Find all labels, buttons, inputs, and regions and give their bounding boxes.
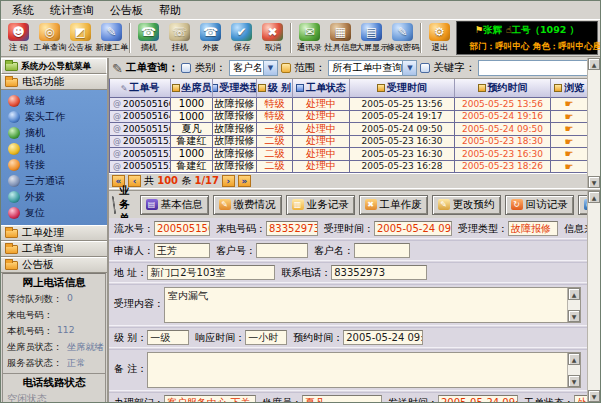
tree-item-transfer[interactable]: 转接 — [1, 157, 107, 173]
sidebar-group-phone[interactable]: 电话功能 — [1, 74, 107, 90]
transfer-icon — [8, 159, 20, 171]
col-order-id[interactable]: ✎工单号 — [110, 79, 171, 98]
table-row[interactable]: @2005051537 鲁建红 故障报修 二级 处理中 2005-05-23 1… — [110, 161, 588, 174]
col-browse[interactable]: 浏览 — [551, 79, 588, 98]
tree-item-dialout[interactable]: 外拨 — [1, 189, 107, 205]
sidebar-group-bulletin[interactable]: 公告板 — [1, 257, 107, 273]
keyword-input[interactable] — [478, 60, 590, 76]
tree-item-offhook[interactable]: 摘机 — [1, 125, 107, 141]
basic-info-button[interactable]: ▤ 基本信息 — [140, 195, 209, 215]
scroll-up-icon[interactable]: ▲ — [568, 288, 580, 300]
browse-hand-icon[interactable]: ☛ — [565, 123, 574, 134]
scroll-up-icon[interactable]: ▲ — [568, 353, 580, 365]
table-row[interactable]: @2005051539 1000 故障报修 二级 处理中 2005-05-23 … — [110, 148, 588, 161]
content-area: 系统办公导航菜单 电话功能 就绪 案头工作 摘机 — [1, 58, 600, 402]
payment-status-button[interactable]: ✎ 缴费情况 — [213, 195, 282, 215]
customer-name-field[interactable] — [354, 243, 410, 258]
exit-button[interactable]: ⚙ 退出 — [424, 21, 455, 55]
serial-field[interactable]: 2005051568 — [154, 221, 210, 236]
tree-item-ready[interactable]: 就绪 — [1, 93, 107, 109]
tree-item-reset[interactable]: 复位 — [1, 205, 107, 221]
change-password-button[interactable]: ✎ 修改密码 — [387, 21, 418, 55]
browse-hand-icon[interactable]: ☛ — [565, 111, 574, 122]
scroll-down-icon[interactable]: ▼ — [568, 375, 580, 387]
browse-hand-icon[interactable]: ☛ — [565, 98, 574, 109]
col-level[interactable]: 级 别 — [257, 79, 293, 98]
col-accept-type[interactable]: 受理类型 — [213, 79, 257, 98]
logout-button[interactable]: ☻ 注 销 — [3, 21, 34, 55]
offhook-button[interactable]: ☎ 摘机 — [133, 21, 164, 55]
handling-dept-field[interactable]: 客户服务中心-下关 — [164, 395, 256, 402]
table-scrollbar[interactable]: ▲ ▼ — [587, 58, 600, 188]
order-query-button[interactable]: ◎ 工单查询 — [34, 21, 65, 55]
send-time-field[interactable]: 2005-05-24 09:55 — [438, 395, 518, 402]
scroll-down-icon[interactable]: ▼ — [588, 390, 600, 402]
table-row[interactable]: @2005051568 夏凡 故障报修 一级 处理中 2005-05-24 09… — [110, 123, 588, 136]
void-order-button[interactable]: ✖ 工单作废 — [359, 195, 428, 215]
agent-field[interactable]: 夏凡 — [302, 395, 382, 402]
scroll-up-icon[interactable]: ▲ — [588, 58, 600, 70]
type-filter-select[interactable]: 客户名 ▼ — [229, 60, 278, 76]
save-icon: ✔ — [231, 23, 252, 41]
chevron-down-icon: ▼ — [402, 61, 416, 75]
browse-hand-icon[interactable]: ☛ — [565, 148, 574, 159]
col-appoint-time[interactable]: 预约时间 — [455, 79, 551, 98]
reset-icon — [8, 207, 20, 219]
customer-no-field[interactable] — [256, 243, 308, 258]
col-accept-time[interactable]: 受理时间 — [350, 79, 455, 98]
scroll-up-icon[interactable]: ▲ — [588, 191, 600, 203]
save-button[interactable]: ✔ 保存 — [226, 21, 257, 55]
accept-time-col-icon — [377, 84, 385, 92]
sidebar-group-order-query[interactable]: 工单查询 — [1, 241, 107, 257]
scope-filter-select[interactable]: 所有工单中查询 ▼ — [328, 60, 417, 76]
col-status[interactable]: 工单状态 — [293, 79, 350, 98]
browse-hand-icon[interactable]: ☛ — [565, 136, 574, 147]
accept-time-field[interactable]: 2005-05-24 09:50 — [374, 221, 452, 236]
remark-textarea[interactable]: ▲ ▼ — [147, 352, 581, 388]
menu-stats-query[interactable]: 统计查询 — [43, 2, 101, 19]
accept-content-textarea[interactable]: 室内漏气 ▲ ▼ — [164, 287, 581, 323]
menu-help[interactable]: 帮助 — [152, 2, 188, 19]
stove-info-button[interactable]: ▦ 灶具信息 — [325, 21, 356, 55]
callback-record-button[interactable]: ↻ 回访记录 — [505, 195, 574, 215]
info-row-server-status: 服务器状态： 正常 — [3, 355, 105, 371]
next-page-button[interactable]: › — [222, 175, 235, 187]
response-time-field[interactable]: 一小时 — [245, 330, 287, 345]
applicant-field[interactable]: 王芳 — [154, 243, 210, 258]
textarea-scrollbar[interactable]: ▲ ▼ — [567, 288, 580, 322]
caller-number-field[interactable]: 83352973 — [266, 221, 318, 236]
level-field[interactable]: 一级 — [147, 330, 189, 345]
tree-item-three-way-call[interactable]: 三方通话 — [1, 173, 107, 189]
contact-phone-field[interactable]: 83352973 — [331, 265, 427, 280]
exit-icon: ⚙ — [429, 23, 450, 41]
big-screen-button[interactable]: ▤ 大屏显示 — [356, 21, 387, 55]
cancel-button[interactable]: ✖ 取消 — [257, 21, 288, 55]
dialout-button[interactable]: ☎ 外拨 — [195, 21, 226, 55]
hangup-button[interactable]: ☏ 挂机 — [164, 21, 195, 55]
bulletin-button[interactable]: ◩ 公告板 — [65, 21, 96, 55]
form-row-bottom: 办理部门： 客户服务中心-下关 坐席员： 夏凡 发送时间： 2005-05-24… — [109, 395, 587, 402]
col-agent[interactable]: 坐席员 — [171, 79, 213, 98]
contacts-button[interactable]: ✉ 通讯录 — [294, 21, 325, 55]
address-field[interactable]: 新门口2号103室 — [147, 265, 275, 280]
tree-item-desk-work[interactable]: 案头工作 — [1, 109, 107, 125]
appoint-time-field[interactable]: 2005-05-24 09:50 — [343, 330, 423, 345]
table-row[interactable]: @2005051640 1000 故障报修 特级 处理中 2005-05-24 … — [110, 111, 588, 124]
menu-bulletin[interactable]: 公告板 — [103, 2, 150, 19]
toolbar-separator — [290, 23, 292, 53]
browse-hand-icon[interactable]: ☛ — [565, 161, 574, 172]
textarea-scrollbar[interactable]: ▲ ▼ — [567, 353, 580, 387]
new-order-button[interactable]: ✎ 新建工单 — [96, 21, 127, 55]
business-record-button[interactable]: ▥ 业务记录 — [286, 195, 355, 215]
sidebar-group-order-handling[interactable]: 工单处理 — [1, 225, 107, 241]
scroll-down-icon[interactable]: ▼ — [568, 310, 580, 322]
accept-type-field[interactable]: 故障报修 — [508, 221, 558, 236]
menu-system[interactable]: 系统 — [5, 2, 41, 19]
tree-item-hangup[interactable]: 挂机 — [1, 141, 107, 157]
form-scrollbar[interactable]: ▲ ▼ — [587, 191, 600, 402]
table-row[interactable]: @2005051661 1000 故障报修 特级 处理中 2005-05-25 … — [110, 98, 588, 111]
table-row[interactable]: @2005051538 鲁建红 故障报修 二级 处理中 2005-05-23 1… — [110, 136, 588, 149]
scroll-down-icon[interactable]: ▼ — [588, 176, 600, 188]
change-appointment-button[interactable]: ✎ 更改预约 — [432, 195, 501, 215]
last-page-button[interactable]: » — [238, 175, 251, 187]
